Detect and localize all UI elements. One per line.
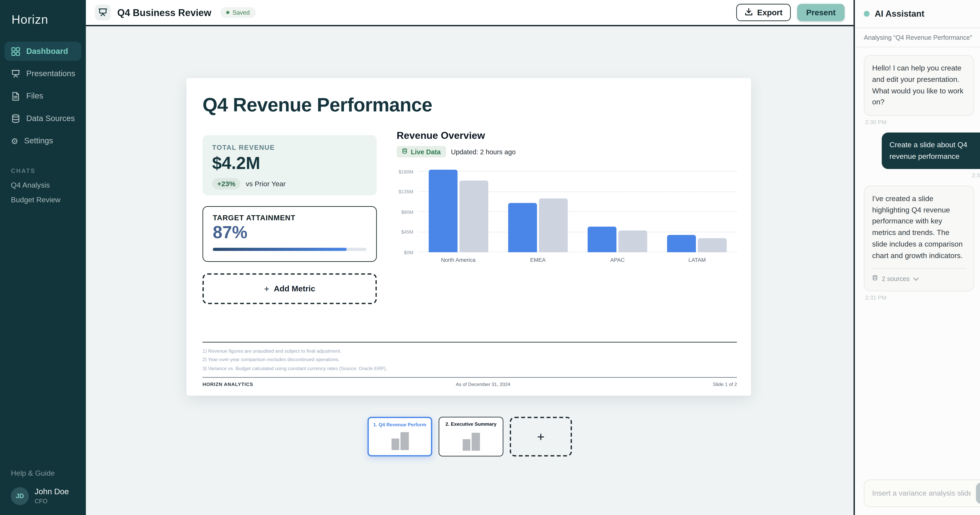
- sidebar-item-label: Presentations: [26, 69, 75, 78]
- sidebar-item-label: Files: [26, 92, 43, 101]
- footnote: 2) Year-over-year comparison excludes di…: [202, 355, 737, 364]
- ai-panel-header: AI Assistant: [855, 0, 980, 28]
- chat-input[interactable]: [872, 489, 971, 497]
- x-axis-category-label: APAC: [578, 257, 657, 263]
- sidebar-item-dashboard[interactable]: Dashboard: [5, 42, 81, 61]
- gear-icon: ⚙: [11, 137, 18, 145]
- bar-series-1-blue: [667, 235, 696, 252]
- sidebar: Horizn Dashboard Presentations Files Dat…: [0, 0, 86, 515]
- slide-footer: 1) Revenue figures are unaudited and sub…: [202, 342, 737, 387]
- footer-brand: HORIZN ANALYTICS: [202, 382, 253, 387]
- saved-label: Saved: [232, 9, 250, 16]
- metric-card-target-attainment[interactable]: TARGET ATTAINMENT 87%: [202, 206, 377, 262]
- chart-x-labels: North AmericaEMEAAPACLATAM: [418, 257, 737, 263]
- x-axis-category-label: EMEA: [498, 257, 578, 263]
- ai-panel-title: AI Assistant: [875, 9, 980, 19]
- sidebar-item-label: Data Sources: [26, 114, 75, 123]
- footer-page-number: Slide 1 of 2: [713, 382, 737, 387]
- metric-label: TARGET ATTAINMENT: [213, 214, 366, 222]
- presentation-icon: [95, 5, 111, 21]
- saved-status-badge: Saved: [220, 7, 256, 18]
- footer-date: As of December 31, 2024: [456, 382, 511, 387]
- chats-heading: CHATS: [11, 167, 75, 174]
- chat-item-q4-analysis[interactable]: Q4 Analysis: [11, 181, 75, 189]
- slide-canvas[interactable]: Q4 Revenue Performance TOTAL REVENUE $4.…: [186, 78, 751, 396]
- thumbnail-slide-1[interactable]: 1. Q4 Revenue Performa...: [368, 417, 432, 456]
- user-profile[interactable]: JD John Doe CFO: [11, 487, 75, 505]
- sidebar-item-label: Settings: [24, 136, 53, 145]
- footer-divider: [202, 377, 737, 378]
- sources-toggle[interactable]: 2 sources: [872, 268, 966, 284]
- y-axis-tick-label: $180M: [399, 169, 414, 174]
- database-icon: [11, 114, 21, 123]
- file-icon: [11, 91, 21, 101]
- present-button[interactable]: Present: [797, 4, 845, 21]
- help-guide-link[interactable]: Help & Guide: [11, 469, 75, 477]
- chart-y-axis: $180M$135M$90M$45M$0M: [397, 165, 418, 255]
- topbar: Q4 Business Review Saved Export Present: [86, 0, 854, 26]
- sidebar-item-label: Dashboard: [26, 47, 68, 56]
- delta-badge: +23%: [212, 178, 240, 190]
- bar-series-2-gray: [618, 231, 647, 252]
- document-title: Q4 Business Review: [117, 7, 211, 18]
- saved-dot-icon: [226, 11, 229, 14]
- mini-chart-icon: [462, 433, 480, 451]
- add-metric-label: Add Metric: [274, 284, 315, 293]
- chat-item-budget-review[interactable]: Budget Review: [11, 196, 75, 203]
- bar-series-1-blue: [588, 227, 616, 252]
- sidebar-item-presentations[interactable]: Presentations: [5, 64, 81, 83]
- thumbnail-slide-2[interactable]: 2. Executive Summary: [439, 417, 503, 456]
- metric-label: TOTAL REVENUE: [212, 143, 367, 151]
- bar-group: [657, 165, 737, 252]
- chat-input-box: [864, 479, 980, 507]
- y-axis-tick-label: $90M: [401, 209, 413, 215]
- message-timestamp: 2:31 PM: [865, 295, 980, 301]
- chevron-down-icon: [913, 274, 919, 284]
- bar-series-1-blue: [508, 203, 537, 252]
- message-timestamp: 2:30 PM: [865, 119, 980, 126]
- sources-label: 2 sources: [882, 274, 910, 284]
- bar-group: [418, 165, 498, 252]
- bar-series-2-gray: [459, 181, 488, 252]
- app-root: Horizn Dashboard Presentations Files Dat…: [0, 0, 980, 515]
- metric-card-total-revenue[interactable]: TOTAL REVENUE $4.2M +23% vs Prior Year: [202, 135, 377, 195]
- progress-bar: [213, 248, 366, 251]
- metric-value: $4.2M: [212, 154, 367, 173]
- presentation-icon: [11, 69, 21, 78]
- add-metric-button[interactable]: + Add Metric: [202, 273, 377, 304]
- database-icon: [402, 148, 407, 155]
- thumbnail-label: 2. Executive Summary: [444, 421, 498, 427]
- plus-icon: +: [264, 284, 269, 294]
- mini-chart-icon: [391, 432, 409, 450]
- footnotes: 1) Revenue figures are unaudited and sub…: [202, 347, 737, 372]
- sidebar-nav: Dashboard Presentations Files Data Sourc…: [0, 42, 86, 151]
- bar-series-2-gray: [539, 198, 568, 252]
- slide-thumbnails: 1. Q4 Revenue Performa... 2. Executive S…: [368, 417, 572, 456]
- user-role: CFO: [35, 498, 69, 504]
- y-axis-tick-label: $135M: [399, 189, 414, 195]
- metric-value: 87%: [213, 223, 366, 242]
- footnote-divider: [202, 342, 737, 342]
- chart-plot: [418, 165, 737, 255]
- send-button[interactable]: [976, 482, 980, 504]
- export-label: Export: [757, 8, 783, 17]
- message-text: I've created a slide highlighting Q4 rev…: [872, 195, 963, 259]
- user-name: John Doe: [35, 487, 69, 496]
- sidebar-item-data-sources[interactable]: Data Sources: [5, 109, 81, 128]
- chart-block[interactable]: Revenue Overview Live Data Updated: 2 ho…: [397, 130, 737, 304]
- status-dot-icon: [864, 11, 869, 17]
- sidebar-item-settings[interactable]: ⚙ Settings: [5, 131, 81, 151]
- y-axis-tick-label: $45M: [401, 229, 413, 235]
- chart-updated-text: Updated: 2 hours ago: [451, 148, 515, 155]
- database-icon: [872, 274, 878, 284]
- slide-title[interactable]: Q4 Revenue Performance: [202, 94, 737, 116]
- export-button[interactable]: Export: [736, 4, 791, 21]
- footnote: 3) Variance vs. Budget calculated using …: [202, 364, 737, 372]
- chat-input-area: [855, 472, 980, 515]
- live-data-badge: Live Data: [397, 146, 446, 157]
- sidebar-item-files[interactable]: Files: [5, 86, 81, 106]
- chat-messages: Hello! I can help you create and edit yo…: [855, 48, 980, 472]
- bar-group: [578, 165, 657, 252]
- add-slide-button[interactable]: +: [510, 417, 572, 456]
- chats-list: Q4 Analysis Budget Review: [0, 181, 86, 203]
